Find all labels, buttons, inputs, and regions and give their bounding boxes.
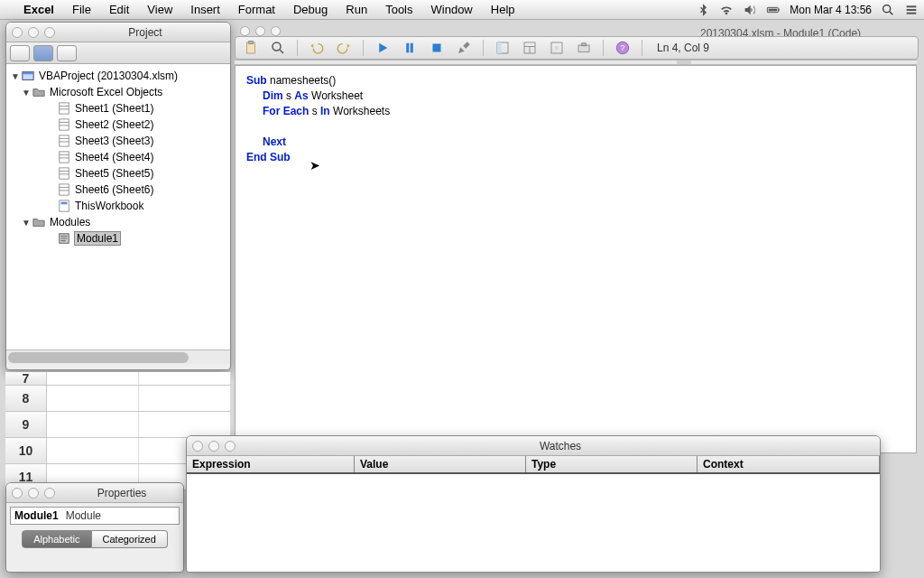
redo-icon[interactable] (334, 39, 354, 57)
minimize-icon[interactable] (208, 441, 219, 452)
col-expression[interactable]: Expression (187, 456, 355, 472)
watches-title: Watches (241, 440, 880, 452)
zoom-icon[interactable] (44, 488, 55, 499)
svg-rect-2 (779, 8, 780, 11)
tree-sheet[interactable]: Sheet4 (Sheet4) (6, 149, 230, 165)
tree-root[interactable]: ▼VBAProject (20130304.xlsm) (6, 68, 230, 84)
svg-rect-13 (60, 119, 69, 130)
undo-icon[interactable] (307, 39, 327, 57)
project-title: Project (60, 26, 230, 39)
row-header[interactable]: 7 (5, 372, 47, 385)
project-hscroll[interactable] (6, 350, 230, 364)
col-type[interactable]: Type (526, 456, 698, 472)
project-tree[interactable]: ▼VBAProject (20130304.xlsm) ▼Microsoft E… (6, 64, 230, 350)
zoom-icon[interactable] (271, 26, 281, 36)
menu-tools[interactable]: Tools (376, 3, 421, 16)
zoom-icon[interactable] (44, 27, 55, 38)
code-editor[interactable]: Sub namesheets() Dim s As Worksheet For … (235, 65, 917, 453)
sheet-icon (57, 135, 71, 147)
row-header[interactable]: 10 (5, 438, 47, 463)
project-explorer-icon[interactable] (493, 39, 513, 57)
tree-excel-objects[interactable]: ▼Microsoft Excel Objects (6, 84, 230, 100)
design-mode-icon[interactable] (454, 39, 474, 57)
tree-sheet[interactable]: Sheet6 (Sheet6) (6, 182, 230, 198)
svg-rect-29 (61, 202, 68, 205)
tree-sheet[interactable]: Sheet1 (Sheet1) (6, 100, 230, 117)
menubar-clock[interactable]: Mon Mar 4 13:56 (790, 4, 872, 16)
battery-icon[interactable] (766, 3, 781, 17)
notifications-icon[interactable] (904, 3, 919, 17)
menu-debug[interactable]: Debug (284, 3, 337, 16)
svg-rect-39 (411, 43, 413, 53)
close-icon[interactable] (192, 441, 203, 452)
properties-titlebar[interactable]: Properties (6, 483, 183, 503)
menu-app[interactable]: Excel (14, 3, 63, 16)
close-icon[interactable] (12, 27, 23, 38)
wifi-icon[interactable] (719, 3, 734, 17)
menu-edit[interactable]: Edit (100, 3, 138, 16)
cursor-position: Ln 4, Col 9 (657, 42, 709, 54)
find-icon[interactable] (268, 39, 288, 57)
col-value[interactable]: Value (355, 456, 526, 472)
object-browser-icon[interactable] (547, 39, 567, 57)
menu-insert[interactable]: Insert (181, 3, 229, 16)
tree-modules[interactable]: ▼Modules (6, 214, 230, 230)
stop-icon[interactable] (427, 39, 447, 57)
project-panel: Project ▼VBAProject (20130304.xlsm) ▼Mic… (5, 22, 231, 370)
toolbox-icon[interactable] (574, 39, 594, 57)
project-toolbar (6, 42, 230, 64)
svg-rect-49 (582, 43, 587, 46)
volume-icon[interactable] (743, 3, 757, 17)
minimize-icon[interactable] (28, 488, 39, 499)
cell[interactable] (47, 412, 139, 437)
module-icon (57, 232, 71, 245)
row-header[interactable]: 9 (5, 412, 47, 437)
cell[interactable] (47, 386, 139, 411)
properties-window-icon[interactable] (520, 39, 540, 57)
tree-module1[interactable]: Module1 (6, 230, 230, 247)
cell[interactable] (139, 386, 231, 411)
tree-sheet[interactable]: Sheet2 (Sheet2) (6, 117, 230, 133)
tree-sheet[interactable]: Sheet3 (Sheet3) (6, 133, 230, 149)
watches-titlebar[interactable]: Watches (187, 436, 880, 456)
project-titlebar[interactable]: Project (6, 23, 230, 42)
tree-thisworkbook[interactable]: ThisWorkbook (6, 198, 230, 214)
view-mode-button-2[interactable] (33, 45, 53, 61)
close-icon[interactable] (12, 488, 23, 499)
menu-view[interactable]: View (138, 3, 181, 16)
close-icon[interactable] (240, 26, 250, 36)
svg-rect-25 (60, 184, 69, 195)
paste-icon[interactable] (241, 39, 261, 57)
minimize-icon[interactable] (255, 26, 265, 36)
cell[interactable] (139, 412, 231, 437)
watches-columns: Expression Value Type Context (187, 456, 880, 474)
menu-help[interactable]: Help (482, 3, 524, 16)
sheet-icon (57, 183, 71, 196)
cell[interactable] (47, 372, 139, 385)
sheet-icon (57, 167, 71, 180)
svg-rect-5 (907, 5, 917, 7)
spotlight-icon[interactable] (881, 3, 895, 17)
cell[interactable] (47, 438, 139, 463)
svg-rect-22 (60, 168, 69, 179)
minimize-icon[interactable] (28, 27, 39, 38)
menu-file[interactable]: File (63, 3, 100, 16)
properties-object-select[interactable]: Module1Module (10, 507, 180, 525)
tab-alphabetic[interactable]: Alphabetic (22, 530, 91, 548)
help-icon[interactable]: ? (613, 39, 633, 57)
zoom-icon[interactable] (225, 441, 236, 452)
view-mode-button[interactable] (10, 45, 30, 61)
pause-icon[interactable] (400, 39, 420, 57)
cell[interactable] (139, 372, 231, 385)
tree-sheet[interactable]: Sheet5 (Sheet5) (6, 165, 230, 182)
row-header[interactable]: 8 (5, 386, 47, 411)
tab-categorized[interactable]: Categorized (92, 530, 168, 548)
menu-format[interactable]: Format (229, 3, 284, 16)
col-context[interactable]: Context (698, 456, 880, 472)
bluetooth-icon[interactable] (696, 3, 710, 17)
toggle-folders-button[interactable] (57, 45, 77, 61)
run-icon[interactable] (373, 39, 393, 57)
menu-window[interactable]: Window (422, 3, 482, 16)
menu-run[interactable]: Run (337, 3, 376, 16)
watches-body[interactable] (187, 474, 880, 572)
